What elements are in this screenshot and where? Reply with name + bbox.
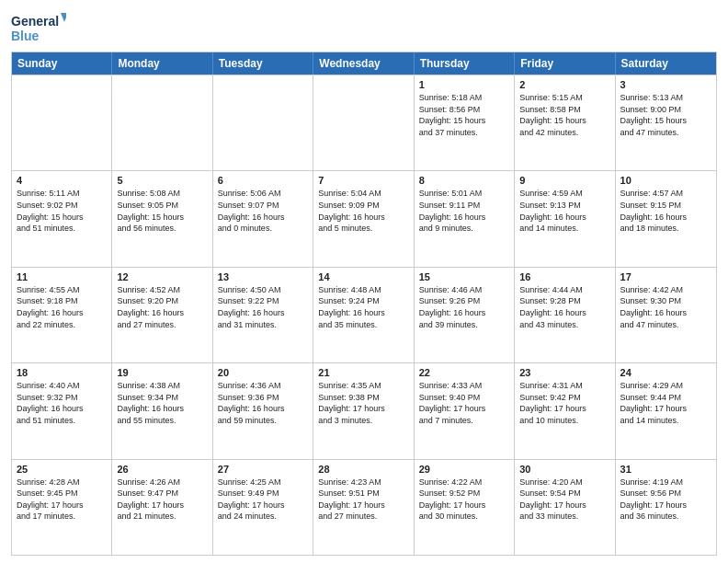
day-cell-20: 20Sunrise: 4:36 AM Sunset: 9:36 PM Dayli… — [213, 363, 313, 458]
day-cell-13: 13Sunrise: 4:50 AM Sunset: 9:22 PM Dayli… — [213, 268, 313, 362]
day-number: 25 — [17, 464, 107, 475]
day-header-sunday: Sunday — [12, 52, 112, 75]
day-number: 17 — [620, 271, 711, 282]
day-cell-30: 30Sunrise: 4:20 AM Sunset: 9:54 PM Dayli… — [515, 460, 615, 555]
day-number: 26 — [117, 464, 207, 475]
day-number: 29 — [419, 464, 509, 475]
day-header-friday: Friday — [515, 52, 615, 75]
day-number: 7 — [318, 175, 408, 186]
day-cell-29: 29Sunrise: 4:22 AM Sunset: 9:52 PM Dayli… — [415, 460, 515, 555]
day-info: Sunrise: 4:19 AM Sunset: 9:56 PM Dayligh… — [620, 477, 711, 523]
day-cell-2: 2Sunrise: 5:15 AM Sunset: 8:58 PM Daylig… — [515, 75, 615, 170]
day-number: 4 — [17, 175, 107, 186]
day-info: Sunrise: 4:22 AM Sunset: 9:52 PM Dayligh… — [419, 477, 509, 523]
day-cell-4: 4Sunrise: 5:11 AM Sunset: 9:02 PM Daylig… — [12, 171, 112, 266]
day-info: Sunrise: 4:44 AM Sunset: 9:28 PM Dayligh… — [519, 284, 609, 330]
day-cell-17: 17Sunrise: 4:42 AM Sunset: 9:30 PM Dayli… — [616, 268, 716, 362]
day-cell-24: 24Sunrise: 4:29 AM Sunset: 9:44 PM Dayli… — [616, 363, 716, 458]
day-cell-27: 27Sunrise: 4:25 AM Sunset: 9:49 PM Dayli… — [213, 460, 313, 555]
day-info: Sunrise: 4:33 AM Sunset: 9:40 PM Dayligh… — [419, 380, 509, 426]
day-number: 30 — [519, 464, 609, 475]
day-info: Sunrise: 5:18 AM Sunset: 8:56 PM Dayligh… — [419, 92, 509, 138]
calendar-body: 1Sunrise: 5:18 AM Sunset: 8:56 PM Daylig… — [12, 75, 716, 555]
day-cell-3: 3Sunrise: 5:13 AM Sunset: 9:00 PM Daylig… — [616, 75, 716, 170]
day-info: Sunrise: 4:38 AM Sunset: 9:34 PM Dayligh… — [117, 380, 207, 426]
week-row-5: 25Sunrise: 4:28 AM Sunset: 9:45 PM Dayli… — [12, 459, 716, 555]
day-info: Sunrise: 5:01 AM Sunset: 9:11 PM Dayligh… — [419, 188, 509, 234]
day-cell-28: 28Sunrise: 4:23 AM Sunset: 9:51 PM Dayli… — [313, 460, 414, 555]
day-info: Sunrise: 5:13 AM Sunset: 9:00 PM Dayligh… — [620, 92, 711, 138]
empty-cell-0-3 — [313, 75, 414, 170]
day-info: Sunrise: 4:40 AM Sunset: 9:32 PM Dayligh… — [17, 380, 107, 426]
day-number: 31 — [620, 464, 711, 475]
week-row-4: 18Sunrise: 4:40 AM Sunset: 9:32 PM Dayli… — [12, 362, 716, 458]
day-number: 19 — [117, 367, 207, 378]
day-cell-15: 15Sunrise: 4:46 AM Sunset: 9:26 PM Dayli… — [415, 268, 515, 362]
day-header-saturday: Saturday — [616, 52, 716, 75]
day-cell-23: 23Sunrise: 4:31 AM Sunset: 9:42 PM Dayli… — [515, 363, 615, 458]
day-cell-18: 18Sunrise: 4:40 AM Sunset: 9:32 PM Dayli… — [12, 363, 112, 458]
day-cell-5: 5Sunrise: 5:08 AM Sunset: 9:05 PM Daylig… — [112, 171, 212, 266]
day-cell-16: 16Sunrise: 4:44 AM Sunset: 9:28 PM Dayli… — [515, 268, 615, 362]
week-row-1: 1Sunrise: 5:18 AM Sunset: 8:56 PM Daylig… — [12, 75, 716, 170]
svg-marker-2 — [61, 13, 66, 22]
day-info: Sunrise: 4:42 AM Sunset: 9:30 PM Dayligh… — [620, 284, 711, 330]
day-info: Sunrise: 4:48 AM Sunset: 9:24 PM Dayligh… — [318, 284, 408, 330]
svg-text:General: General — [11, 14, 59, 29]
day-info: Sunrise: 4:57 AM Sunset: 9:15 PM Dayligh… — [620, 188, 711, 234]
day-number: 27 — [218, 464, 308, 475]
day-cell-6: 6Sunrise: 5:06 AM Sunset: 9:07 PM Daylig… — [213, 171, 313, 266]
day-cell-19: 19Sunrise: 4:38 AM Sunset: 9:34 PM Dayli… — [112, 363, 212, 458]
empty-cell-0-0 — [12, 75, 112, 170]
day-number: 22 — [419, 367, 509, 378]
day-info: Sunrise: 4:26 AM Sunset: 9:47 PM Dayligh… — [117, 477, 207, 523]
day-number: 18 — [17, 367, 107, 378]
logo: General Blue — [11, 9, 66, 46]
day-number: 24 — [620, 367, 711, 378]
svg-text:Blue: Blue — [11, 29, 40, 43]
day-number: 8 — [419, 175, 509, 186]
header: General Blue — [11, 9, 717, 46]
day-info: Sunrise: 4:50 AM Sunset: 9:22 PM Dayligh… — [218, 284, 308, 330]
day-number: 3 — [620, 79, 711, 90]
day-number: 20 — [218, 367, 308, 378]
day-info: Sunrise: 5:15 AM Sunset: 8:58 PM Dayligh… — [519, 92, 609, 138]
day-number: 13 — [218, 271, 308, 282]
week-row-2: 4Sunrise: 5:11 AM Sunset: 9:02 PM Daylig… — [12, 170, 716, 266]
calendar-header: SundayMondayTuesdayWednesdayThursdayFrid… — [12, 52, 716, 75]
empty-cell-0-1 — [112, 75, 212, 170]
day-number: 28 — [318, 464, 408, 475]
day-number: 1 — [419, 79, 509, 90]
day-cell-25: 25Sunrise: 4:28 AM Sunset: 9:45 PM Dayli… — [12, 460, 112, 555]
day-info: Sunrise: 4:46 AM Sunset: 9:26 PM Dayligh… — [419, 284, 509, 330]
day-cell-22: 22Sunrise: 4:33 AM Sunset: 9:40 PM Dayli… — [415, 363, 515, 458]
day-number: 10 — [620, 175, 711, 186]
day-info: Sunrise: 4:25 AM Sunset: 9:49 PM Dayligh… — [218, 477, 308, 523]
day-cell-10: 10Sunrise: 4:57 AM Sunset: 9:15 PM Dayli… — [616, 171, 716, 266]
day-number: 21 — [318, 367, 408, 378]
day-info: Sunrise: 5:04 AM Sunset: 9:09 PM Dayligh… — [318, 188, 408, 234]
day-cell-7: 7Sunrise: 5:04 AM Sunset: 9:09 PM Daylig… — [313, 171, 414, 266]
day-info: Sunrise: 4:52 AM Sunset: 9:20 PM Dayligh… — [117, 284, 207, 330]
day-info: Sunrise: 5:08 AM Sunset: 9:05 PM Dayligh… — [117, 188, 207, 234]
day-info: Sunrise: 4:59 AM Sunset: 9:13 PM Dayligh… — [519, 188, 609, 234]
day-number: 9 — [519, 175, 609, 186]
day-header-thursday: Thursday — [415, 52, 515, 75]
logo-svg: General Blue — [11, 9, 66, 46]
day-header-monday: Monday — [112, 52, 212, 75]
day-cell-12: 12Sunrise: 4:52 AM Sunset: 9:20 PM Dayli… — [112, 268, 212, 362]
day-cell-14: 14Sunrise: 4:48 AM Sunset: 9:24 PM Dayli… — [313, 268, 414, 362]
day-cell-9: 9Sunrise: 4:59 AM Sunset: 9:13 PM Daylig… — [515, 171, 615, 266]
week-row-3: 11Sunrise: 4:55 AM Sunset: 9:18 PM Dayli… — [12, 267, 716, 362]
day-info: Sunrise: 4:55 AM Sunset: 9:18 PM Dayligh… — [17, 284, 107, 330]
day-info: Sunrise: 4:29 AM Sunset: 9:44 PM Dayligh… — [620, 380, 711, 426]
day-info: Sunrise: 4:36 AM Sunset: 9:36 PM Dayligh… — [218, 380, 308, 426]
day-cell-21: 21Sunrise: 4:35 AM Sunset: 9:38 PM Dayli… — [313, 363, 414, 458]
calendar: SundayMondayTuesdayWednesdayThursdayFrid… — [11, 52, 717, 556]
day-info: Sunrise: 4:20 AM Sunset: 9:54 PM Dayligh… — [519, 477, 609, 523]
empty-cell-0-2 — [213, 75, 313, 170]
day-header-wednesday: Wednesday — [313, 52, 414, 75]
day-info: Sunrise: 4:23 AM Sunset: 9:51 PM Dayligh… — [318, 477, 408, 523]
day-number: 11 — [17, 271, 107, 282]
day-number: 15 — [419, 271, 509, 282]
